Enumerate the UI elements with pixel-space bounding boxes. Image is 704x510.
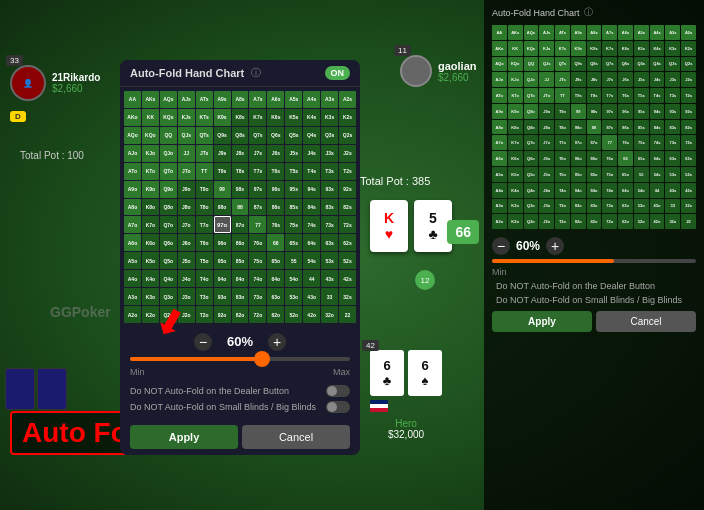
hand-cell[interactable]: K6o — [142, 234, 159, 251]
hand-cell[interactable]: 86o — [232, 234, 249, 251]
hand-cell[interactable]: 84s — [303, 199, 320, 216]
hand-cell[interactable]: KJs — [178, 109, 195, 126]
hand-cell[interactable]: 33 — [321, 288, 338, 305]
hand-cell[interactable]: K9o — [142, 181, 159, 198]
hand-cell[interactable]: Q5s — [285, 127, 302, 144]
hand-cell[interactable]: A5s — [285, 91, 302, 108]
hand-cell[interactable]: Q3s — [321, 127, 338, 144]
hand-cell[interactable]: KQs — [160, 109, 177, 126]
hand-cell[interactable]: K4s — [303, 109, 320, 126]
hand-cell[interactable]: QQ — [160, 127, 177, 144]
hand-cell[interactable]: 66 — [267, 234, 284, 251]
right-slider-track[interactable] — [492, 259, 696, 263]
hand-cell[interactable]: 44 — [303, 270, 320, 287]
hand-cell[interactable]: 22 — [339, 306, 356, 323]
hand-cell[interactable]: 76s — [267, 216, 284, 233]
hand-cell[interactable]: T6s — [267, 163, 284, 180]
hand-cell[interactable]: 85o — [232, 252, 249, 269]
hand-cell[interactable]: KJo — [142, 145, 159, 162]
hand-cell[interactable]: T5s — [285, 163, 302, 180]
hand-cell[interactable]: 73s — [321, 216, 338, 233]
hand-cell[interactable]: 94o — [214, 270, 231, 287]
hand-cell[interactable]: 72s — [339, 216, 356, 233]
hand-cell[interactable]: T3o — [196, 288, 213, 305]
hand-cell[interactable]: 62o — [267, 306, 284, 323]
hand-cell[interactable]: 75s — [285, 216, 302, 233]
hand-cell[interactable]: A8s — [232, 91, 249, 108]
hand-cell[interactable]: 55 — [285, 252, 302, 269]
hand-cell[interactable]: J9s — [214, 145, 231, 162]
slider-track[interactable] — [130, 357, 350, 361]
hand-cell[interactable]: Q5o — [160, 252, 177, 269]
hand-cell[interactable]: A8o — [124, 199, 141, 216]
hand-cell[interactable]: K5o — [142, 252, 159, 269]
hand-cell[interactable]: A2s — [339, 91, 356, 108]
hand-cell[interactable]: K3s — [321, 109, 338, 126]
hand-cell[interactable]: 75o — [249, 252, 266, 269]
hand-cell[interactable]: 96s — [267, 181, 284, 198]
hand-cell[interactable]: 63s — [321, 234, 338, 251]
hand-cell[interactable]: A4o — [124, 270, 141, 287]
hand-cell[interactable]: K5s — [285, 109, 302, 126]
hand-cell[interactable]: T7s — [249, 163, 266, 180]
hand-cell[interactable]: J4o — [178, 270, 195, 287]
hand-cell[interactable]: T3s — [321, 163, 338, 180]
hand-cell[interactable]: 65s — [285, 234, 302, 251]
right-pct-decrease-btn[interactable]: − — [492, 237, 510, 255]
hand-cell[interactable]: Q7o — [160, 216, 177, 233]
hand-cell[interactable]: Q4s — [303, 127, 320, 144]
hand-cell[interactable]: A6s — [267, 91, 284, 108]
hand-cell[interactable]: 64o — [267, 270, 284, 287]
hand-cell[interactable]: 82o — [232, 306, 249, 323]
hand-cell[interactable]: 43o — [303, 288, 320, 305]
hand-cell[interactable]: Q6o — [160, 234, 177, 251]
hand-cell[interactable]: 83s — [321, 199, 338, 216]
hand-cell[interactable]: ATo — [124, 163, 141, 180]
hand-cell[interactable]: J6s — [267, 145, 284, 162]
hand-cell[interactable]: 54s — [303, 252, 320, 269]
pct-decrease-btn[interactable]: − — [194, 333, 212, 351]
hand-cell[interactable]: 42s — [339, 270, 356, 287]
hand-cell[interactable]: KTs — [196, 109, 213, 126]
hand-cell[interactable]: A7o — [124, 216, 141, 233]
hand-cell[interactable]: 52s — [339, 252, 356, 269]
hand-cell[interactable]: 62s — [339, 234, 356, 251]
hand-cell[interactable]: AJs — [178, 91, 195, 108]
hand-cell[interactable]: 98o — [214, 199, 231, 216]
hand-cell[interactable]: 94s — [303, 181, 320, 198]
hand-cell[interactable]: 87o — [232, 216, 249, 233]
hand-cell[interactable]: 32o — [321, 306, 338, 323]
hand-cell[interactable]: J3s — [321, 145, 338, 162]
cancel-button[interactable]: Cancel — [242, 425, 350, 449]
hand-cell[interactable]: A9s — [214, 91, 231, 108]
hand-cell[interactable]: A3s — [321, 91, 338, 108]
apply-button[interactable]: Apply — [130, 425, 238, 449]
hand-cell[interactable]: 87s — [249, 199, 266, 216]
hand-cell[interactable]: J7s — [249, 145, 266, 162]
hand-cell[interactable]: T9o — [196, 181, 213, 198]
hand-cell[interactable]: JJ — [178, 145, 195, 162]
hand-cell[interactable]: 65o — [267, 252, 284, 269]
hand-cell[interactable]: 84o — [232, 270, 249, 287]
hand-cell[interactable]: T4s — [303, 163, 320, 180]
hand-cell[interactable]: T5o — [196, 252, 213, 269]
hand-cell[interactable]: 93s — [321, 181, 338, 198]
hand-cell[interactable]: T2s — [339, 163, 356, 180]
hand-cell[interactable]: KQo — [142, 127, 159, 144]
hand-cell[interactable]: AQo — [124, 127, 141, 144]
hand-cell[interactable]: K9s — [214, 109, 231, 126]
hand-cell[interactable]: 73o — [249, 288, 266, 305]
hand-cell[interactable]: 64s — [303, 234, 320, 251]
hand-cell[interactable]: QTs — [196, 127, 213, 144]
hand-cell[interactable]: J4s — [303, 145, 320, 162]
hand-cell[interactable]: 32s — [339, 288, 356, 305]
hand-cell[interactable]: K6s — [267, 109, 284, 126]
hand-cell[interactable]: A4s — [303, 91, 320, 108]
toggle-on[interactable]: ON — [325, 66, 351, 80]
hand-cell[interactable]: Q6s — [267, 127, 284, 144]
right-cancel-button[interactable]: Cancel — [596, 311, 696, 332]
hand-cell[interactable]: ATs — [196, 91, 213, 108]
hand-cell[interactable]: Q9o — [160, 181, 177, 198]
hand-cell[interactable]: K7s — [249, 109, 266, 126]
hand-cell[interactable]: J8o — [178, 199, 195, 216]
